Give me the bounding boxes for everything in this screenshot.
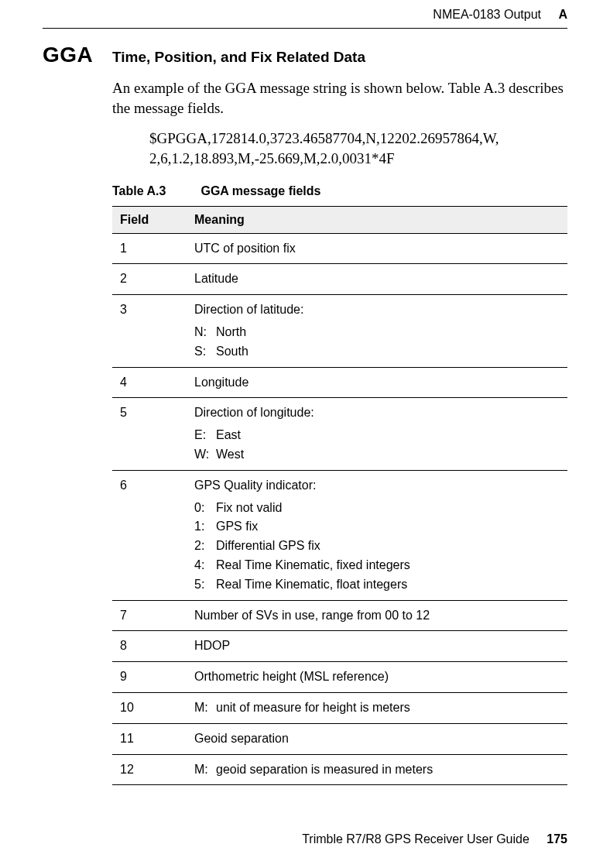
table-row: 12M:geoid separation is measured in mete…	[112, 754, 567, 785]
table-row: 10M:unit of measure for height is meters	[112, 692, 567, 723]
table-row: 7Number of SVs in use, range from 00 to …	[112, 600, 567, 631]
table-caption-title: GGA message fields	[200, 184, 320, 197]
gga-fields-table: Field Meaning 1UTC of position fix2Latit…	[112, 206, 567, 786]
meaning-text: UTC of position fix	[194, 239, 560, 259]
meaning-text: Direction of longitude:	[194, 403, 560, 423]
table-row: 8HDOP	[112, 631, 567, 662]
footer-guide-title: Trimble R7/R8 GPS Receiver User Guide	[302, 832, 529, 846]
subitem-key: 0:	[194, 499, 216, 518]
page-footer: Trimble R7/R8 GPS Receiver User Guide 17…	[302, 832, 567, 846]
meaning-subitem: E:East	[194, 426, 560, 445]
cell-meaning: Longitude	[187, 367, 567, 398]
cell-field: 8	[112, 631, 187, 662]
meaning-subitem: 4:Real Time Kinematic, fixed integers	[194, 556, 560, 575]
meaning-subitem: 1:GPS fix	[194, 517, 560, 537]
col-header-meaning: Meaning	[187, 206, 567, 233]
meaning-sublist: 0:Fix not valid1:GPS fix2:Differential G…	[194, 499, 560, 595]
header-rule	[43, 28, 567, 29]
table-caption-number: Table A.3	[112, 184, 197, 198]
body-column: An example of the GGA message string is …	[112, 78, 567, 785]
footer-page-number: 175	[547, 832, 567, 846]
table-row: 9Orthometric height (MSL reference)	[112, 662, 567, 693]
cell-field: 11	[112, 723, 187, 754]
subitem-value: Real Time Kinematic, fixed integers	[216, 556, 410, 575]
meaning-inline-key: M:	[194, 698, 216, 718]
cell-meaning: M:unit of measure for height is meters	[187, 692, 567, 723]
subitem-value: South	[216, 342, 248, 362]
document-page: NMEA-0183 Output A GGA Time, Position, a…	[0, 0, 610, 868]
meaning-text: HDOP	[194, 636, 560, 656]
table-row: 2Latitude	[112, 264, 567, 295]
cell-field: 10	[112, 692, 187, 723]
meaning-inline-value: geoid separation is measured in meters	[216, 763, 433, 776]
running-header: NMEA-0183 Output A	[43, 8, 567, 22]
subitem-value: Real Time Kinematic, float integers	[216, 575, 407, 595]
meaning-text: Latitude	[194, 269, 560, 289]
table-row: 6GPS Quality indicator:0:Fix not valid1:…	[112, 470, 567, 600]
subitem-value: GPS fix	[216, 517, 258, 537]
example-line-1: $GPGGA,172814.0,3723.46587704,N,12202.26…	[149, 129, 567, 149]
section-title: Time, Position, and Fix Related Data	[112, 49, 365, 66]
cell-field: 1	[112, 233, 187, 264]
cell-field: 12	[112, 754, 187, 785]
subitem-key: 2:	[194, 537, 216, 556]
cell-meaning: Orthometric height (MSL reference)	[187, 662, 567, 693]
appendix-letter: A	[558, 8, 567, 21]
subitem-key: 4:	[194, 556, 216, 575]
table-row: 4Longitude	[112, 367, 567, 398]
cell-field: 3	[112, 295, 187, 367]
subitem-value: North	[216, 323, 246, 342]
cell-meaning: GPS Quality indicator:0:Fix not valid1:G…	[187, 470, 567, 600]
cell-meaning: Direction of latitude:N:NorthS:South	[187, 295, 567, 367]
table-header-row: Field Meaning	[112, 206, 567, 233]
meaning-text: Direction of latitude:	[194, 300, 560, 320]
meaning-text: GPS Quality indicator:	[194, 476, 560, 496]
running-header-title: NMEA-0183 Output	[433, 8, 541, 21]
intro-paragraph: An example of the GGA message string is …	[112, 78, 567, 118]
meaning-subitem: W:West	[194, 445, 560, 465]
cell-meaning: Direction of longitude:E:EastW:West	[187, 398, 567, 470]
section-heading-row: GGA Time, Position, and Fix Related Data	[43, 43, 567, 67]
cell-meaning: M:geoid separation is measured in meters	[187, 754, 567, 785]
meaning-inline-value: unit of measure for height is meters	[216, 701, 410, 714]
cell-meaning: UTC of position fix	[187, 233, 567, 264]
subitem-key: 1:	[194, 517, 216, 537]
meaning-text: Orthometric height (MSL reference)	[194, 667, 560, 687]
cell-field: 6	[112, 470, 187, 600]
cell-meaning: Geoid separation	[187, 723, 567, 754]
meaning-text: Longitude	[194, 373, 560, 393]
meaning-subitem: 2:Differential GPS fix	[194, 537, 560, 556]
table-row: 1UTC of position fix	[112, 233, 567, 264]
subitem-key: W:	[194, 445, 216, 465]
table-row: 5Direction of longitude:E:EastW:West	[112, 398, 567, 470]
example-line-2: 2,6,1.2,18.893,M,-25.669,M,2.0,0031*4F	[149, 149, 567, 169]
meaning-subitem: S:South	[194, 342, 560, 362]
cell-field: 4	[112, 367, 187, 398]
subitem-key: 5:	[194, 575, 216, 595]
cell-field: 5	[112, 398, 187, 470]
cell-field: 2	[112, 264, 187, 295]
cell-meaning: Latitude	[187, 264, 567, 295]
section-label: GGA	[43, 43, 112, 67]
example-block: $GPGGA,172814.0,3723.46587704,N,12202.26…	[149, 129, 567, 168]
meaning-inline-key: M:	[194, 760, 216, 780]
meaning-sublist: E:EastW:West	[194, 426, 560, 465]
table-caption: Table A.3 GGA message fields	[112, 184, 567, 198]
cell-meaning: HDOP	[187, 631, 567, 662]
subitem-value: West	[216, 445, 244, 465]
meaning-subitem: 0:Fix not valid	[194, 499, 560, 518]
meaning-text: Geoid separation	[194, 729, 560, 749]
table-row: 11Geoid separation	[112, 723, 567, 754]
cell-meaning: Number of SVs in use, range from 00 to 1…	[187, 600, 567, 631]
table-row: 3Direction of latitude:N:NorthS:South	[112, 295, 567, 367]
cell-field: 9	[112, 662, 187, 693]
meaning-sublist: N:NorthS:South	[194, 323, 560, 362]
subitem-key: S:	[194, 342, 216, 362]
subitem-value: Fix not valid	[216, 499, 282, 518]
subitem-key: N:	[194, 323, 216, 342]
col-header-field: Field	[112, 206, 187, 233]
subitem-value: East	[216, 426, 241, 445]
cell-field: 7	[112, 600, 187, 631]
meaning-subitem: N:North	[194, 323, 560, 342]
subitem-value: Differential GPS fix	[216, 537, 320, 556]
